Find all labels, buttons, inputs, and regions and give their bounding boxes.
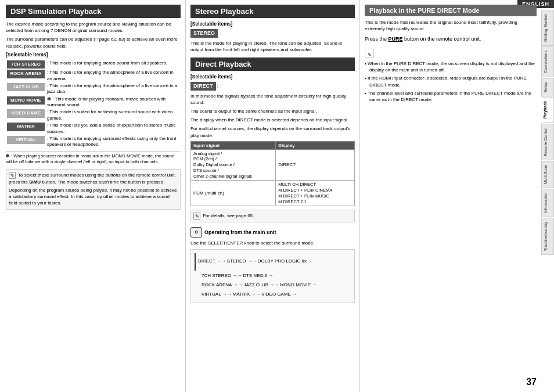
mode-mono-movie-desc: ✽ : This mode is for playing monaural mo…: [46, 96, 181, 109]
input-display-table: Input signal Display Analog signal /PCM …: [190, 141, 355, 207]
pure-direct-header: Playback in the PURE DIRECT Mode: [365, 5, 537, 16]
note-bullet-2: Depending on the program source being pl…: [9, 188, 177, 206]
nav-direct: DIRECT: [198, 257, 215, 265]
table-row: 7CH STEREO : This mode is for enjoying s…: [6, 60, 181, 69]
nav-arrow-end: →: [268, 272, 273, 280]
tab-playback[interactable]: Playback: [541, 97, 554, 123]
direct-note-section: ✎ For details, see page 65.: [190, 210, 355, 222]
dsp-title: DSP Simulation Playback: [10, 7, 102, 16]
nav-jazz-club: JAZZ CLUB: [243, 281, 268, 289]
note-icon: ✎: [9, 172, 16, 179]
nav-mono-movie: MONO MOVIE: [280, 281, 311, 289]
nav-diagram: DIRECT →→ STEREO →→ DOLBY PRO LOGIC IIx …: [190, 249, 355, 303]
nav-arrow: →→: [232, 272, 242, 280]
nav-arrow: →→: [269, 281, 279, 289]
nav-arrow: →→: [251, 290, 260, 299]
direct-desc2: The sound is output to the same channels…: [190, 108, 355, 114]
pure-direct-title: Playback in the PURE DIRECT Mode: [369, 7, 479, 14]
tab-connections[interactable]: Connections: [541, 46, 554, 77]
table-header-row: Input signal Display: [191, 141, 355, 149]
see-page: For details, see page 65.: [203, 214, 254, 219]
op-title: Operating from the main unit: [204, 229, 276, 235]
mode-matrix-desc: : This mode lets you add a sense of expa…: [46, 122, 181, 135]
direct-keyword-line: DIRECT :: [190, 82, 355, 91]
direct-selectable-label: [Selectable items]: [190, 74, 355, 80]
stereo-keyword: STEREO: [190, 29, 218, 38]
pure-bullets: • When in the PURE DIRECT mode, the on-s…: [365, 60, 537, 103]
nav-arrow-end: →: [292, 290, 297, 299]
display-direct: DIRECT: [276, 149, 355, 181]
tab-remote-control[interactable]: Remote Control: [541, 124, 554, 160]
note-icon-right: ✎: [368, 52, 372, 57]
bullet-1: • When in the PURE DIRECT mode, the on-s…: [365, 60, 537, 73]
press-pure-line: Press the PURE button on the remote cont…: [365, 35, 537, 43]
pure-button-keyword: PURE: [388, 36, 403, 42]
mode-virtual-desc: : This mode is for enjoying surround eff…: [46, 135, 181, 149]
pure-direct-desc: This is the mode that recreates the orig…: [365, 19, 537, 32]
mode-7ch-stereo: 7CH STEREO: [7, 60, 45, 69]
mode-virtual: VIRTUAL: [7, 136, 45, 144]
tab-information[interactable]: Information: [541, 189, 554, 217]
dsp-intro: The desired mode according to the progra…: [6, 21, 181, 34]
mode-matrix: MATRIX: [7, 123, 45, 131]
mode-jazz-club-desc: : This mode is for enjoying the atmosphe…: [46, 82, 181, 96]
note-bullet-1: To select these surround modes using the…: [9, 172, 176, 185]
mode-jazz-club: JAZZ CLUB: [7, 83, 45, 91]
nav-matrix: MATRIX: [233, 290, 250, 299]
nav-arrow: →→: [217, 257, 226, 265]
stereo-section-header: Stereo Playback: [190, 5, 355, 18]
table-row: PCM (multi ch) MULTI CH DIRECT M DIRECT …: [191, 181, 355, 206]
table-row: VIDEO GAME : This mode is suited for ach…: [6, 109, 181, 122]
nav-arrow: →→: [247, 257, 257, 265]
direct-desc1: In this mode the signals bypass the tone…: [190, 93, 355, 106]
table-row: JAZZ CLUB : This mode is for enjoying th…: [6, 82, 181, 96]
tab-getting-started[interactable]: Getting Started: [541, 10, 554, 46]
mode-video-game: VIDEO GAME: [7, 109, 45, 117]
op-header: ⊙ Operating from the main unit: [190, 227, 355, 238]
table-row: VIRTUAL : This mode is for enjoying surr…: [6, 135, 181, 149]
display-multi: MULTI CH DIRECT M DIRECT + PLIIx CINEMA …: [276, 181, 355, 206]
direct-note-icon: ✎: [193, 213, 200, 220]
nav-rock-arena: ROCK ARENA: [202, 281, 232, 289]
side-tabs: Getting Started Connections Setup Playba…: [541, 10, 554, 255]
dsp-section-header: DSP Simulation Playback: [6, 5, 181, 18]
input-analog: Analog signal /PCM (2ch) /Dolby Digital …: [191, 149, 276, 181]
nav-virtual: VIRTUAL: [202, 290, 221, 299]
press-text: Press the: [365, 36, 388, 42]
table-row: MONO MOVIE ✽ : This mode is for playing …: [6, 96, 181, 109]
col-input-signal: Input signal: [191, 141, 276, 149]
mode-7ch-stereo-desc: : This mode is for enjoying stereo sound…: [46, 60, 181, 69]
stereo-colon: :: [220, 31, 221, 36]
nav-stereo: STEREO: [227, 257, 246, 265]
right-column: Playback in the PURE DIRECT Mode This is…: [360, 0, 541, 392]
table-row: MATRIX : This mode lets you add a sense …: [6, 122, 181, 135]
mode-table: 7CH STEREO : This mode is for enjoying s…: [6, 60, 181, 149]
direct-title: Direct Playback: [195, 60, 251, 69]
tab-setup[interactable]: Setup: [541, 78, 554, 96]
bullet-3: • The channel level and surround paramet…: [365, 90, 537, 103]
nav-arrow-end: →: [308, 257, 312, 265]
nav-arrow-end: →: [312, 281, 316, 289]
direct-desc4: For multi-channel sources, the display d…: [190, 125, 355, 138]
tab-multi-zone[interactable]: Multi-Zone: [541, 161, 554, 188]
nav-7ch-stereo: 7CH STEREO: [202, 272, 231, 280]
nav-arrow: →→: [233, 281, 242, 289]
direct-keyword: DIRECT: [190, 82, 216, 91]
press-text2: button on the remote control unit.: [404, 36, 481, 42]
nav-dts-neo: DTS NEO:6: [243, 272, 267, 280]
bullet-2: • If the HDMI input connector is selecte…: [365, 75, 537, 88]
dsp-intro2: The surround parameters can be adjusted …: [6, 36, 181, 49]
direct-colon: :: [217, 84, 218, 89]
direct-desc3: The display when the DIRECT mode is sele…: [190, 117, 355, 123]
op-icon: ⊙: [190, 227, 202, 238]
table-row: ROCK ARENA : This mode is for enjoying t…: [6, 69, 181, 82]
mode-video-game-desc: : This mode is suited for achieving surr…: [46, 109, 181, 122]
tab-troubleshooting[interactable]: Troubleshooting: [541, 218, 554, 255]
note-section: ✎ To select these surround modes using t…: [6, 169, 181, 210]
direct-section-header: Direct Playback: [190, 57, 355, 71]
stereo-keyword-line: STEREO :: [190, 29, 355, 38]
table-row: Analog signal /PCM (2ch) /Dolby Digital …: [191, 149, 355, 181]
nav-dolby: DOLBY PRO LOGIC IIx: [258, 257, 307, 265]
mode-rock-arena: ROCK ARENA: [7, 70, 45, 78]
nav-video-game: VIDEO GAME: [261, 290, 291, 299]
